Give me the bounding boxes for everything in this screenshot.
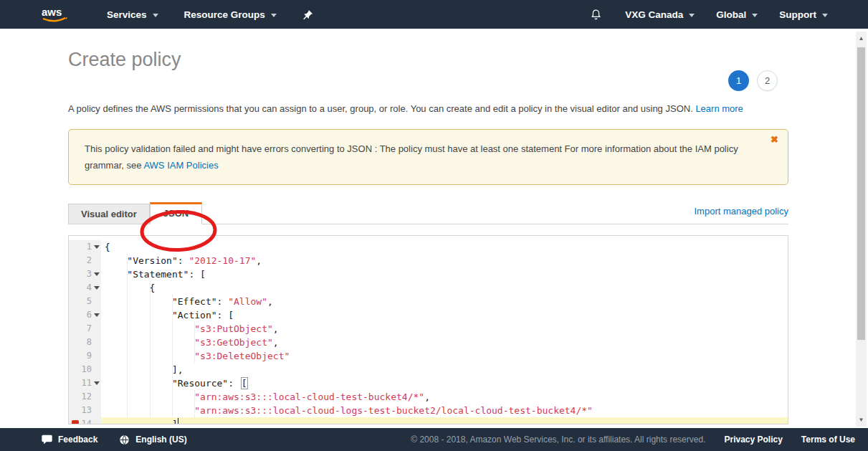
pin-button[interactable]: [302, 9, 313, 21]
code-line-12[interactable]: 12 "arn:aws:s3:::local-cloud-test-bucket…: [69, 390, 788, 404]
gutter-cell: 2: [69, 254, 101, 267]
error-marker-icon: [72, 420, 79, 424]
code-text: "Version": "2012-10-17",: [101, 254, 788, 267]
line-number: 2: [87, 255, 92, 265]
text-cursor: [178, 418, 179, 424]
code-token: ,: [267, 296, 273, 307]
string-token: "Allow": [228, 296, 267, 307]
string-token: "2012-10-17": [189, 255, 256, 266]
code-token: "Version":: [105, 255, 189, 266]
gutter-cell: 7: [69, 322, 101, 336]
close-icon[interactable]: ✖: [771, 135, 778, 144]
code-text: "Action": [: [101, 308, 788, 322]
step-indicator: 1 2: [728, 70, 778, 91]
code-text: {: [101, 281, 788, 295]
footer-bar: Feedback English (US) © 2008 - 2018, Ama…: [0, 428, 868, 451]
aws-logo[interactable]: aws: [39, 5, 71, 24]
gutter-cell: 5: [69, 295, 101, 308]
code-line-1[interactable]: 1{: [69, 240, 788, 254]
tab-json[interactable]: JSON: [150, 202, 202, 224]
string-token: "s3:PutObject": [194, 323, 273, 334]
fold-arrow-icon[interactable]: [94, 381, 100, 385]
validation-warning-banner: This policy validation failed and might …: [68, 129, 788, 185]
line-number: 14: [82, 419, 92, 424]
code-line-9[interactable]: 9 "s3:DeleteObject": [69, 349, 788, 363]
code-line-3[interactable]: 3 "Statement": [: [69, 267, 788, 281]
code-line-7[interactable]: 7 "s3:PutObject",: [69, 322, 788, 336]
code-token: "Resource":: [105, 378, 239, 389]
code-line-6[interactable]: 6 "Action": [: [69, 308, 788, 322]
string-token: "arn:aws:s3:::local-cloud-test-bucket4/*…: [194, 391, 424, 402]
pushpin-icon: [302, 9, 313, 21]
speech-bubble-icon: [42, 435, 52, 445]
line-number: 5: [87, 296, 92, 306]
scrollbar-thumb[interactable]: [857, 47, 865, 340]
gutter-cell: 11: [69, 376, 101, 390]
code-text: "arn:aws:s3:::local-cloud-test-bucket4/*…: [101, 390, 788, 404]
code-line-5[interactable]: 5 "Effect": "Allow",: [69, 295, 788, 308]
code-token: "Action": [: [105, 310, 234, 321]
fold-arrow-icon[interactable]: [94, 272, 100, 276]
code-line-13[interactable]: 13 "arn:aws:s3:::local-cloud-logs-test-b…: [69, 404, 788, 417]
string-token: "s3:GetObject": [194, 337, 273, 348]
notifications-button[interactable]: [590, 8, 602, 22]
scroll-up-arrow-icon[interactable]: ▲: [856, 33, 867, 44]
terms-of-use-link[interactable]: Terms of Use: [801, 435, 855, 445]
fold-arrow-icon[interactable]: [94, 286, 100, 290]
code-line-2[interactable]: 2 "Version": "2012-10-17",: [69, 254, 788, 267]
line-number: 13: [82, 405, 92, 415]
line-number: 3: [87, 269, 92, 279]
intro-description: A policy defines the AWS permissions tha…: [68, 103, 693, 114]
bracket-match: [: [241, 377, 248, 389]
iam-policies-link[interactable]: AWS IAM Policies: [143, 160, 218, 171]
privacy-policy-link[interactable]: Privacy Policy: [724, 435, 782, 445]
nav-account-menu[interactable]: VXG Canada: [625, 9, 695, 20]
chevron-down-icon: [689, 14, 695, 17]
step-1-indicator[interactable]: 1: [728, 70, 749, 91]
line-number: 4: [87, 283, 92, 293]
page-title: Create policy: [68, 49, 788, 71]
code-text: "s3:DeleteObject": [101, 349, 788, 363]
code-token: [105, 337, 194, 348]
json-policy-editor[interactable]: 1{2 "Version": "2012-10-17",3 "Statement…: [68, 235, 788, 424]
code-line-10[interactable]: 10 ],: [69, 363, 788, 376]
tab-visual-editor[interactable]: Visual editor: [68, 204, 150, 224]
language-label: English (US): [135, 435, 186, 445]
gutter-cell: 3: [69, 267, 101, 281]
nav-resource-groups[interactable]: Resource Groups: [184, 9, 277, 20]
line-number: 9: [87, 351, 92, 361]
aws-logo-icon: aws: [39, 5, 71, 24]
fold-arrow-icon[interactable]: [94, 313, 100, 317]
nav-services[interactable]: Services: [107, 9, 158, 20]
line-number: 1: [87, 242, 92, 252]
code-text: "s3:PutObject",: [101, 322, 788, 336]
chevron-down-icon: [822, 14, 828, 17]
code-line-8[interactable]: 8 "s3:GetObject",: [69, 336, 788, 349]
code-line-11[interactable]: 11 "Resource": [: [69, 376, 788, 390]
import-managed-policy-link[interactable]: Import managed policy: [694, 206, 788, 217]
language-selector[interactable]: English (US): [119, 435, 186, 445]
account-name-label: VXG Canada: [625, 9, 683, 20]
fold-arrow-icon[interactable]: [94, 245, 100, 249]
gutter-cell: 4: [69, 281, 101, 295]
gutter-cell: 10: [69, 363, 101, 376]
gutter-cell: 1: [69, 240, 101, 254]
code-line-14[interactable]: 14 ]: [69, 417, 788, 424]
gutter-cell: 9: [69, 349, 101, 363]
gutter-cell: 8: [69, 336, 101, 349]
bell-icon: [590, 8, 602, 22]
code-token: {: [105, 283, 155, 293]
nav-support-menu[interactable]: Support: [779, 9, 828, 20]
code-token: "Statement": [: [105, 269, 206, 280]
nav-region-menu[interactable]: Global: [716, 9, 758, 20]
step-2-indicator[interactable]: 2: [757, 70, 778, 91]
code-line-4[interactable]: 4 {: [69, 281, 788, 295]
page-scrollbar[interactable]: ▲ ▼: [856, 32, 867, 427]
globe-icon: [119, 435, 130, 445]
code-text: ]: [101, 417, 788, 424]
feedback-button[interactable]: Feedback: [42, 435, 97, 445]
scroll-down-arrow-icon[interactable]: ▼: [856, 414, 867, 425]
code-text: "s3:GetObject",: [101, 336, 788, 349]
learn-more-link[interactable]: Learn more: [695, 103, 743, 114]
code-token: ,: [256, 255, 262, 266]
